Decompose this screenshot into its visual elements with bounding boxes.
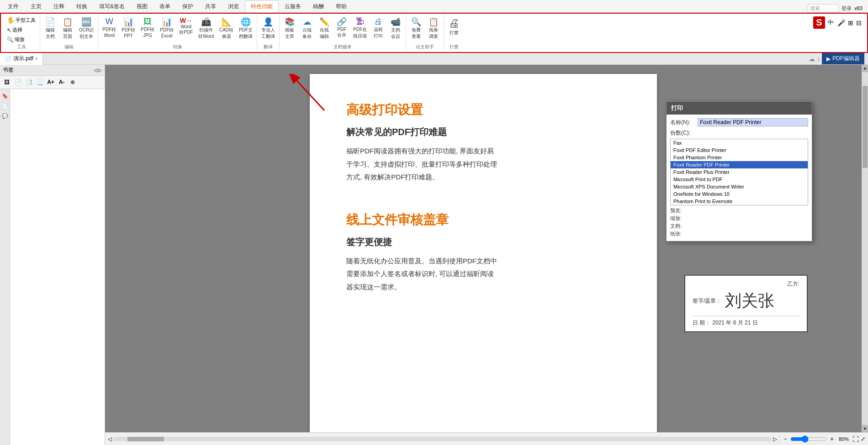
sidebar-icon-font-down[interactable]: A- [57, 77, 67, 87]
pdf-to-excel-btn[interactable]: 📊 PDF转 Excel [158, 16, 176, 41]
tab-home[interactable]: 主页 [25, 0, 48, 12]
zoom-btn[interactable]: 🔍 缩放 [5, 35, 38, 44]
sidebar-icon-page3[interactable]: 📃 [35, 77, 45, 87]
doc-services-section: 📚 模板 文库 ☁ 云端 备份 ✏️ 在线 编辑 🔗 [280, 15, 406, 51]
online-compress-btn[interactable]: 🗜 PDF在 线压缩 [351, 16, 369, 41]
printer-item-foxit-editor[interactable]: Foxit PDF Editor Printer [671, 147, 808, 154]
tab-convert[interactable]: 转换 [70, 0, 93, 12]
sidebar-nav-right[interactable]: ▷ [98, 68, 102, 73]
zoom-in-btn[interactable]: ＋ [829, 435, 835, 443]
tab-view[interactable]: 视图 [131, 0, 153, 12]
scroll-thumb[interactable] [863, 86, 868, 168]
horizontal-scrollbar[interactable] [114, 437, 771, 441]
print-section: 🖨 打窝 打窝 [444, 15, 464, 51]
tab-protect[interactable]: 保护 [176, 0, 199, 12]
section2-body3: 器实现这一需求。 [346, 281, 620, 294]
tab-file[interactable]: 文件 [2, 0, 25, 12]
cad-btn[interactable]: 📐 CAD转 换器 [217, 16, 236, 41]
tab-special[interactable]: 特色功能 [245, 0, 279, 12]
lang-icon[interactable]: 中· [828, 19, 835, 26]
section1-subtitle: 解决常见的PDF打印难题 [346, 126, 620, 138]
zoom-out-btn[interactable]: － [782, 435, 789, 443]
edit-page-btn[interactable]: 📋 编辑 页面 [59, 16, 76, 41]
word-to-pdf-btn[interactable]: W→ Word 转PDF [177, 16, 195, 41]
fullscreen-btn[interactable]: ⛶ [852, 435, 859, 443]
scroll-down-btn[interactable]: ▼ [862, 425, 868, 432]
pdf-editor-button[interactable]: ▶ PDF编辑器 [822, 53, 864, 64]
scroll-track[interactable] [862, 72, 868, 425]
tab-bar: 📄 演示.pdf × ☁ ↕ ▶ PDF编辑器 [0, 53, 868, 65]
sidebar-nav-left[interactable]: ◁ [94, 68, 97, 73]
online-edit-btn[interactable]: ✏️ 在线 编辑 [316, 16, 333, 41]
scroll-up-btn[interactable]: ▲ [862, 65, 868, 72]
printer-item-phantom[interactable]: Phantom Print to Evernote [671, 198, 808, 205]
fit-width-btn[interactable]: ⤢ [861, 436, 865, 442]
hscroll-right[interactable]: ▷ [773, 436, 777, 442]
hscroll-thumb[interactable] [127, 437, 164, 441]
sidebar-icon-image[interactable]: 🖼 [2, 77, 12, 87]
pdf-to-word-btn[interactable]: W PDF转 Word [100, 16, 118, 41]
scroll-area: 高级打印设置 解决常见的PDF打印难题 福昕PDF阅读器拥有强大的打印功能, 界… [105, 65, 868, 432]
sig-date-row: 日 期： 2021 年 6 月 21 日 [693, 316, 799, 327]
pdf-editor-arrow: ▶ [826, 56, 831, 62]
scan-to-word-btn[interactable]: 📠 扫描件 转Word [196, 16, 216, 41]
tab-help[interactable]: 帮助 [330, 0, 353, 12]
printer-item-foxit-phantom[interactable]: Foxit Phantom Printer [671, 154, 808, 161]
template-btn[interactable]: 📚 模板 文库 [281, 16, 298, 41]
printer-item-ms-pdf[interactable]: Microsoft Print to PDF [671, 176, 808, 183]
hand-tool-btn[interactable]: ✋ 手型工具 [5, 16, 38, 25]
hscroll-left[interactable]: ◁ [108, 436, 112, 442]
tab-browse[interactable]: 浏览 [222, 0, 245, 12]
pdf-translate-btn[interactable]: 🌐 PDF文 档翻译 [237, 16, 255, 41]
merge-pdf-label: PDF 合并 [337, 27, 346, 38]
left-panel-icon3[interactable]: 💬 [1, 112, 9, 120]
pro-translate-btn[interactable]: 👤 专业人 工翻译 [259, 16, 277, 41]
printer-item-ms-xps[interactable]: Microsoft XPS Document Writer [671, 183, 808, 190]
grid-icon[interactable]: ⊞ [848, 19, 853, 26]
tab-reward[interactable]: 稿酬 [307, 0, 330, 12]
pdf-page-scroll[interactable]: 高级打印设置 解决常见的PDF打印难题 福昕PDF阅读器拥有强大的打印功能, 界… [105, 65, 862, 432]
minus-grid-icon[interactable]: ⊟ [856, 19, 862, 26]
pdf-page: 高级打印设置 解决常见的PDF打印难题 福昕PDF阅读器拥有强大的打印功能, 界… [310, 74, 657, 432]
pdf-to-ppt-btn[interactable]: 📊 PDF转 PPT [119, 16, 138, 41]
remote-print-btn[interactable]: 🖨 远程 打印 [370, 16, 386, 41]
merge-pdf-btn[interactable]: 🔗 PDF 合并 [333, 16, 350, 41]
pdf-jpg-label: PDF转 JPG [141, 26, 154, 38]
zoom-slider[interactable] [790, 435, 827, 443]
tab-form[interactable]: 表单 [153, 0, 176, 12]
print-name-label: 名称(N): [670, 119, 698, 126]
print-btn[interactable]: 🖨 打窝 [446, 16, 462, 37]
ocr-btn[interactable]: 🔤 OCR识 别文本 [77, 16, 96, 41]
tab-annotation[interactable]: 注释 [48, 0, 70, 12]
mic-icon[interactable]: 🎤 [837, 19, 845, 26]
left-panel-icon1[interactable]: 🔖 [1, 92, 9, 100]
pdf-to-jpg-btn[interactable]: 🖼 PDF转 JPG [138, 16, 157, 41]
doc-tab[interactable]: 📄 演示.pdf × [0, 53, 43, 65]
sidebar-icon-page1[interactable]: 📄 [13, 77, 23, 87]
doc-tab-icon: 📄 [5, 56, 11, 62]
printer-item-foxit-plus[interactable]: Foxit Reader Plus Printer [671, 168, 808, 176]
left-panel-icon2[interactable]: 📄 [1, 102, 9, 110]
edit-doc-icon: 📄 [45, 17, 55, 27]
paper-d-label: 纸张: [670, 230, 682, 237]
vertical-scrollbar[interactable]: ▲ ▼ [862, 65, 868, 432]
cloud-backup-btn[interactable]: ☁ 云端 备份 [299, 16, 315, 41]
search-input-area[interactable]: 搜索 [808, 4, 839, 12]
read-check-btn[interactable]: 📋 阅卷 调查 [425, 16, 442, 41]
doc-tab-close[interactable]: × [35, 56, 38, 61]
tab-fill-sign[interactable]: 填写&签名 [93, 0, 131, 12]
printer-item-onenote[interactable]: OneNote for Windows 10 [671, 190, 808, 198]
sidebar-icon-font-up[interactable]: A+ [46, 77, 56, 87]
login-btn[interactable]: 登录 [842, 5, 852, 12]
free-check-btn[interactable]: 🔍 免费 查重 [408, 16, 424, 41]
print-name-input[interactable] [698, 118, 808, 126]
printer-item-foxit-reader[interactable]: Foxit Reader PDF Printer [671, 161, 808, 168]
edit-doc-btn[interactable]: 📄 编辑 文档 [42, 16, 58, 41]
tab-cloud[interactable]: 云服务 [279, 0, 307, 12]
sidebar-icon-page2[interactable]: 📑 [24, 77, 34, 87]
sidebar-icon-add[interactable]: ⊕ [68, 77, 78, 87]
printer-item-fax[interactable]: Fax [671, 139, 808, 147]
select-btn[interactable]: ↖ 选择 [5, 26, 38, 34]
doc-meeting-btn[interactable]: 📹 文档 会议 [387, 16, 404, 41]
tab-share[interactable]: 共享 [199, 0, 222, 12]
